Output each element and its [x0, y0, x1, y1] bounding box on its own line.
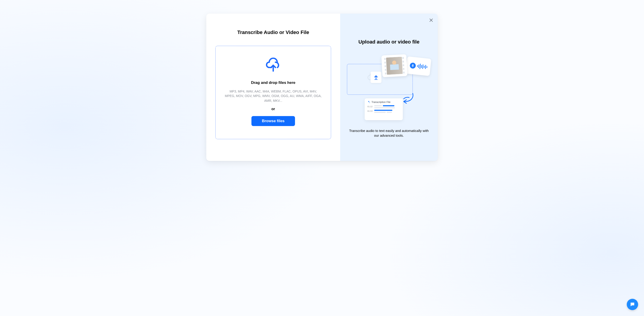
supported-formats: MP3, MP4, WAV, AAC, M4A, WEBM, FLAC, OPU…	[225, 89, 322, 103]
upload-modal: Transcribe Audio or Video File Drag and …	[206, 13, 438, 161]
illus-video-thumb	[386, 57, 403, 75]
illus-video-card	[382, 54, 408, 77]
upload-illustration: Transcription File 01:12 01:13	[347, 54, 431, 122]
transcript-timestamp: 01:13	[368, 110, 373, 112]
chat-icon	[630, 302, 635, 307]
transcript-title: Transcription File	[372, 101, 390, 103]
right-panel-title: Upload audio or video file	[358, 39, 420, 45]
file-dropzone[interactable]: Drag and drop files here MP3, MP4, WAV, …	[215, 46, 331, 139]
upload-right-panel: Upload audio or video file	[340, 13, 438, 161]
svg-point-2	[370, 102, 370, 103]
svg-rect-1	[412, 64, 413, 66]
waveform-icon	[417, 63, 427, 70]
microphone-icon	[409, 62, 416, 69]
close-button[interactable]	[429, 18, 434, 23]
close-icon	[429, 18, 433, 22]
browse-files-button[interactable]: Browse files	[252, 116, 295, 126]
right-panel-description: Transcribe audio to text easily and auto…	[348, 128, 430, 138]
flow-arrow-icon	[402, 92, 415, 106]
drop-title: Drag and drop files here	[251, 80, 296, 85]
left-panel-title: Transcribe Audio or Video File	[237, 29, 309, 35]
or-separator: or	[272, 107, 275, 111]
upload-arrow-icon	[374, 75, 378, 80]
upload-left-panel: Transcribe Audio or Video File Drag and …	[206, 13, 340, 161]
illus-transcript-card: Transcription File 01:12 01:13	[365, 98, 403, 120]
illus-upload-target	[369, 72, 383, 88]
cloud-upload-icon	[264, 57, 282, 73]
chat-fab-button[interactable]	[627, 299, 638, 310]
sparkle-icon	[368, 101, 370, 103]
transcript-timestamp: 01:12	[368, 105, 373, 108]
illus-audio-card	[406, 56, 431, 76]
